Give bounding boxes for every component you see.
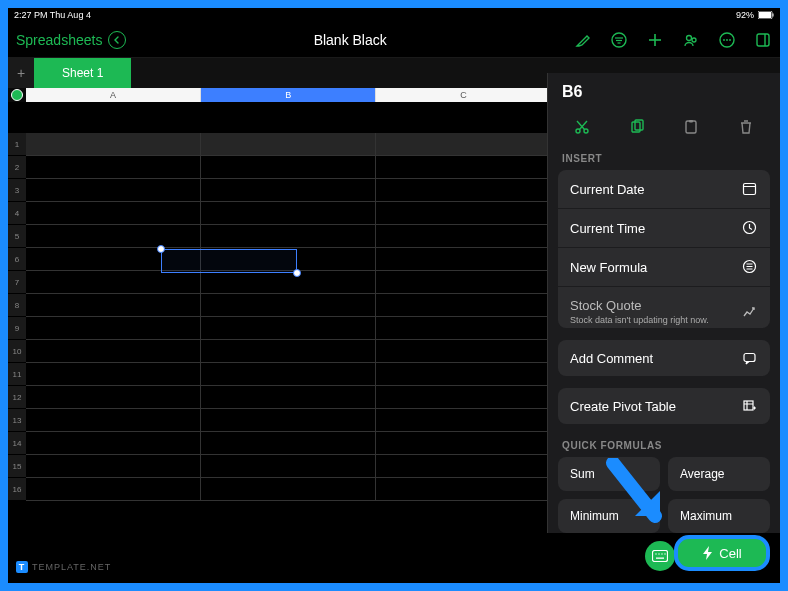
svg-point-40 bbox=[658, 553, 659, 554]
copy-icon[interactable] bbox=[627, 117, 647, 137]
svg-point-18 bbox=[584, 129, 588, 133]
bolt-icon bbox=[702, 546, 714, 560]
pivot-icon bbox=[742, 399, 758, 415]
svg-rect-23 bbox=[686, 121, 696, 133]
svg-point-17 bbox=[576, 129, 580, 133]
more-icon[interactable] bbox=[718, 31, 736, 49]
svg-point-42 bbox=[664, 553, 665, 554]
cell-reference: B6 bbox=[562, 83, 766, 101]
col-a[interactable]: A bbox=[26, 88, 201, 102]
status-bar: 2:27 PM Thu Aug 4 92% bbox=[8, 8, 780, 22]
sidebar-toggle-icon[interactable] bbox=[754, 31, 772, 49]
paste-icon[interactable] bbox=[681, 117, 701, 137]
calendar-icon bbox=[742, 181, 758, 197]
qf-min[interactable]: Minimum bbox=[558, 499, 660, 533]
qf-max[interactable]: Maximum bbox=[668, 499, 770, 533]
brush-icon[interactable] bbox=[574, 31, 592, 49]
add-sheet-button[interactable]: + bbox=[8, 58, 34, 88]
cut-icon[interactable] bbox=[572, 117, 592, 137]
row-headers[interactable]: 1 2 3 4 5 6 7 8 9 10 11 12 13 14 15 16 bbox=[8, 133, 26, 583]
cell-panel: B6 INSERT Current Date Current Time New … bbox=[547, 73, 780, 533]
watermark: T TEMPLATE.NET bbox=[16, 561, 111, 573]
battery-percent: 92% bbox=[736, 10, 754, 20]
svg-rect-24 bbox=[689, 120, 693, 123]
svg-rect-33 bbox=[744, 401, 753, 410]
back-button[interactable]: Spreadsheets bbox=[16, 31, 126, 49]
keyboard-fab[interactable] bbox=[645, 541, 675, 571]
clock-icon bbox=[742, 220, 758, 236]
selection-handle-tl[interactable] bbox=[157, 245, 165, 253]
qf-average[interactable]: Average bbox=[668, 457, 770, 491]
svg-point-13 bbox=[726, 39, 728, 41]
table-handle[interactable] bbox=[8, 88, 26, 102]
svg-rect-2 bbox=[773, 14, 774, 17]
svg-point-39 bbox=[655, 553, 656, 554]
plus-icon[interactable] bbox=[646, 31, 664, 49]
svg-point-14 bbox=[729, 39, 731, 41]
insert-date-button[interactable]: Current Date bbox=[558, 170, 770, 209]
selection-handle-br[interactable] bbox=[293, 269, 301, 277]
filter-icon[interactable] bbox=[610, 31, 628, 49]
back-label: Spreadsheets bbox=[16, 32, 102, 48]
undo-icon[interactable] bbox=[108, 31, 126, 49]
insert-section-label: INSERT bbox=[548, 149, 780, 170]
battery-icon bbox=[758, 11, 774, 19]
formula-icon bbox=[742, 259, 758, 275]
collaborate-icon[interactable] bbox=[682, 31, 700, 49]
col-c[interactable]: C bbox=[376, 88, 551, 102]
selected-cell[interactable] bbox=[161, 249, 297, 273]
svg-point-10 bbox=[692, 38, 696, 42]
qf-section-label: QUICK FORMULAS bbox=[548, 436, 780, 457]
svg-rect-25 bbox=[744, 184, 756, 195]
svg-rect-32 bbox=[744, 353, 755, 361]
qf-sum[interactable]: Sum bbox=[558, 457, 660, 491]
watermark-logo: T bbox=[16, 561, 28, 573]
svg-rect-1 bbox=[759, 12, 771, 18]
top-nav: Spreadsheets Blank Black bbox=[8, 22, 780, 58]
sheet-tab[interactable]: Sheet 1 bbox=[34, 58, 131, 88]
chart-icon bbox=[742, 304, 758, 320]
new-formula-button[interactable]: New Formula bbox=[558, 248, 770, 287]
svg-point-41 bbox=[661, 553, 662, 554]
insert-time-button[interactable]: Current Time bbox=[558, 209, 770, 248]
create-pivot-button[interactable]: Create Pivot Table bbox=[558, 388, 770, 424]
status-time: 2:27 PM Thu Aug 4 bbox=[14, 10, 91, 20]
stock-quote-button[interactable]: Stock Quote Stock data isn't updating ri… bbox=[558, 287, 770, 328]
svg-rect-38 bbox=[653, 551, 668, 562]
svg-point-9 bbox=[687, 35, 692, 40]
svg-rect-43 bbox=[656, 558, 664, 559]
comment-icon bbox=[742, 351, 758, 367]
delete-icon[interactable] bbox=[736, 117, 756, 137]
cell-mode-fab[interactable]: Cell bbox=[674, 535, 770, 571]
document-title: Blank Black bbox=[126, 32, 574, 48]
svg-rect-15 bbox=[757, 34, 769, 46]
svg-point-12 bbox=[723, 39, 725, 41]
add-comment-button[interactable]: Add Comment bbox=[558, 340, 770, 376]
col-b[interactable]: B bbox=[201, 88, 376, 102]
